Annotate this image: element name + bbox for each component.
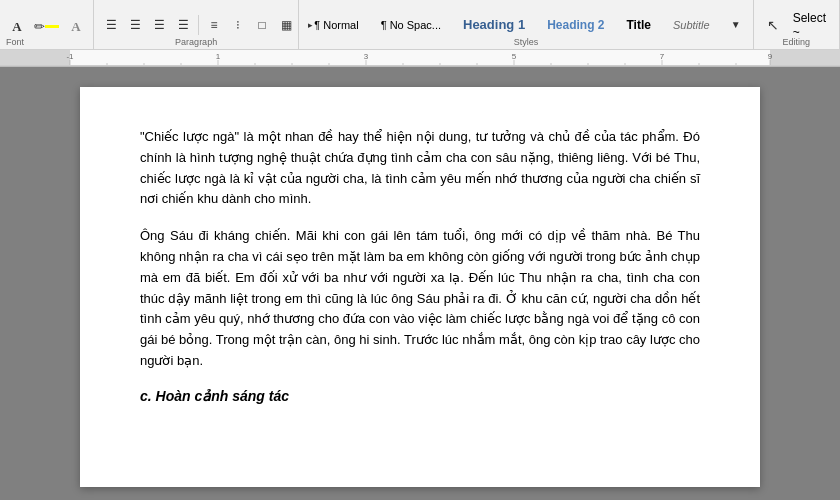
document-area: "Chiếc lược ngà" là một nhan đề hay thể … xyxy=(0,67,840,500)
highlight-icon: ✏ xyxy=(34,19,45,34)
ruler: -1 1 3 5 7 9 xyxy=(0,50,840,66)
styles-dropdown-button[interactable]: ▼ xyxy=(725,14,747,36)
highlight-button[interactable]: ✏ xyxy=(30,16,63,38)
svg-text:-1: -1 xyxy=(66,52,74,61)
svg-text:3: 3 xyxy=(364,52,369,61)
font-group-label: Font xyxy=(6,37,24,47)
paragraph-group-label: Paragraph xyxy=(175,37,217,47)
paragraph-2: Ông Sáu đi kháng chiến. Mãi khi con gái … xyxy=(140,226,700,372)
svg-text:1: 1 xyxy=(216,52,221,61)
align-right-button[interactable]: ☰ xyxy=(148,14,170,36)
style-subtitle[interactable]: Subtitle xyxy=(664,16,719,34)
styles-group-label: Styles xyxy=(514,37,539,47)
document-page: "Chiếc lược ngà" là một nhan đề hay thể … xyxy=(80,87,760,487)
align-left-button[interactable]: ☰ xyxy=(100,14,122,36)
borders-button[interactable]: ▦ xyxy=(275,14,297,36)
justify-button[interactable]: ☰ xyxy=(172,14,194,36)
shading-para-icon: □ xyxy=(258,18,265,32)
section-heading: c. Hoàn cảnh sáng tác xyxy=(140,388,700,404)
line-spacing-icon: ≡ xyxy=(210,18,217,32)
svg-text:5: 5 xyxy=(512,52,517,61)
select-label: Select ~ xyxy=(793,11,826,39)
svg-rect-1 xyxy=(770,50,840,66)
paragraph-1: "Chiếc lược ngà" là một nhan đề hay thể … xyxy=(140,127,700,210)
shading-para-button[interactable]: □ xyxy=(251,14,273,36)
style-title[interactable]: Title xyxy=(617,15,659,35)
shading-A-icon: A xyxy=(71,19,80,35)
list-icon: ⁝ xyxy=(236,18,240,32)
style-heading2[interactable]: Heading 2 xyxy=(538,15,613,35)
svg-text:7: 7 xyxy=(660,52,665,61)
font-A-icon: A xyxy=(12,19,21,35)
text-shading-button[interactable]: A xyxy=(65,16,87,38)
font-color-button[interactable]: A xyxy=(6,16,28,38)
style-heading1[interactable]: Heading 1 xyxy=(454,14,534,35)
cursor-icon-button[interactable]: ↖ xyxy=(762,14,784,36)
svg-rect-0 xyxy=(0,50,70,66)
font-color-group: A ✏ A xyxy=(6,12,87,38)
cursor-icon: ↖ xyxy=(767,17,779,33)
chevron-down-icon: ▼ xyxy=(731,19,741,30)
editing-group-label: Editing xyxy=(783,37,811,47)
svg-text:9: 9 xyxy=(768,52,773,61)
style-no-spacing[interactable]: ¶ No Spac... xyxy=(372,16,450,34)
style-normal[interactable]: ¶ Normal xyxy=(305,16,367,34)
line-spacing-button[interactable]: ≡ xyxy=(203,14,225,36)
justify-icon: ☰ xyxy=(178,18,189,32)
list-button[interactable]: ⁝ xyxy=(227,14,249,36)
svg-rect-2 xyxy=(70,50,770,66)
align-left-icon: ☰ xyxy=(106,18,117,32)
highlight-bar xyxy=(45,25,59,28)
align-center-icon: ☰ xyxy=(130,18,141,32)
borders-icon: ▦ xyxy=(281,18,292,32)
align-right-icon: ☰ xyxy=(154,18,165,32)
align-center-button[interactable]: ☰ xyxy=(124,14,146,36)
